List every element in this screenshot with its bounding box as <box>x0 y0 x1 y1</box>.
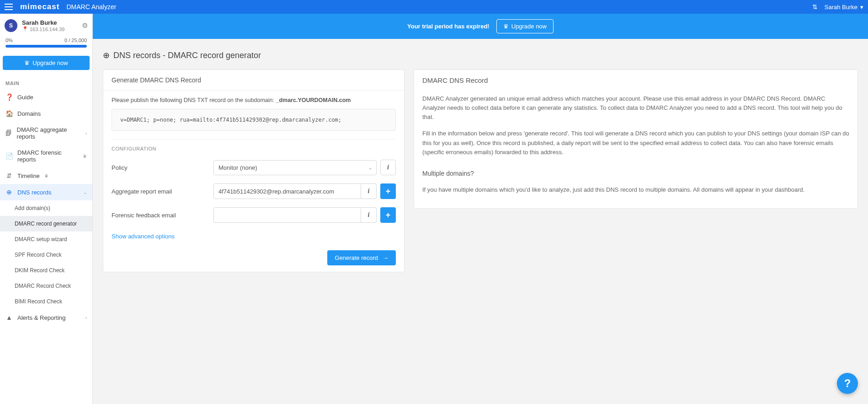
nav-alerts[interactable]: ▲ Alerts & Reporting › <box>0 309 92 326</box>
banner-text: Your trial period has expired! <box>407 23 490 30</box>
sub-dmarc-check[interactable]: DMARC Record Check <box>0 278 92 294</box>
home-icon: 🏠 <box>5 110 13 117</box>
nav-forensic-reports[interactable]: 📄 DMARC forensic reports ♛ <box>0 145 92 167</box>
forensic-email-input[interactable] <box>213 207 361 223</box>
crown-icon: ♛ <box>44 173 48 178</box>
nav-label: DMARC forensic reports <box>17 149 78 163</box>
aggregate-label: Aggregate report email <box>112 188 210 195</box>
sub-setup-wizard[interactable]: DMARC setup wizard <box>0 232 92 247</box>
advanced-options-link[interactable]: Show advanced options <box>112 233 175 240</box>
instruction-subdomain: _dmarc.YOURDOMAIN.com <box>276 97 351 103</box>
arrow-right-icon: → <box>383 254 389 261</box>
quota-used: 0 / 25,000 <box>64 38 87 43</box>
avatar: S <box>5 19 17 32</box>
help-icon: ❓ <box>5 93 13 101</box>
instruction-text: Please publish the following DNS TXT rec… <box>112 97 276 103</box>
user-menu[interactable]: Sarah Burke ▾ <box>825 4 863 11</box>
quota-pct: 0% <box>5 38 13 43</box>
policy-select[interactable]: Monitor (none) <box>213 160 377 175</box>
generate-record-button[interactable]: Generate record → <box>327 250 396 265</box>
dns-record-box: v=DMARC1; p=none; rua=mailto:4f741b51142… <box>112 109 396 131</box>
sub-spf-check[interactable]: SPF Record Check <box>0 247 92 263</box>
quota-block: 0% 0 / 25,000 <box>0 38 92 52</box>
info-paragraph-1: DMARC Analyzer generated an unique email… <box>422 94 849 122</box>
document-icon: 📄 <box>5 152 13 160</box>
quota-bar <box>5 45 87 48</box>
sidebar-upgrade-button[interactable]: ♛ Upgrade now <box>3 56 90 70</box>
sub-bimi-check[interactable]: BIMI Record Check <box>0 294 92 309</box>
upgrade-label: Upgrade now <box>32 59 68 66</box>
chevron-right-icon: › <box>85 131 87 136</box>
chevron-down-icon: ▾ <box>860 4 863 11</box>
forensic-info-button[interactable]: i <box>361 207 377 223</box>
location-pin-icon: 📍 <box>22 26 28 32</box>
publish-instruction: Please publish the following DNS TXT rec… <box>112 97 396 103</box>
aggregate-add-button[interactable]: + <box>380 183 396 199</box>
aggregate-info-button[interactable]: i <box>361 183 377 199</box>
nav-label: Alerts & Reporting <box>17 314 66 321</box>
forensic-label: Forensic feedback email <box>112 212 210 219</box>
trial-banner: Your trial period has expired! ♛ Upgrade… <box>93 14 868 39</box>
title-light: - DMARC record generator <box>160 51 261 60</box>
crown-icon: ♛ <box>24 59 30 66</box>
left-card-header: Generate DMARC DNS Record <box>103 70 404 91</box>
alert-icon: ▲ <box>5 314 13 321</box>
timeline-icon: ⇵ <box>5 172 13 179</box>
nav-label: Guide <box>17 94 33 101</box>
globe-icon: ⊕ <box>103 50 110 60</box>
nav-label: Timeline <box>17 172 40 179</box>
banner-upgrade-button[interactable]: ♛ Upgrade now <box>496 19 554 33</box>
ip-text: 163.116.144.39 <box>30 27 64 32</box>
nav-dns-records[interactable]: ⊕ DNS records ⌄ <box>0 184 92 200</box>
config-heading: CONFIGURATION <box>112 146 396 151</box>
chevron-down-icon: ⌄ <box>83 190 87 195</box>
sub-add-domains[interactable]: Add domain(s) <box>0 200 92 216</box>
chevron-right-icon: › <box>85 315 87 320</box>
sub-record-generator[interactable]: DMARC record generator <box>0 216 92 232</box>
help-fab[interactable]: ? <box>837 373 858 394</box>
topbar-username: Sarah Burke <box>825 4 857 11</box>
info-paragraph-3: If you have multiple domains which you'd… <box>422 185 849 194</box>
banner-button-label: Upgrade now <box>511 23 547 30</box>
page-title: ⊕ DNS records - DMARC record generator <box>103 50 858 60</box>
nav-guide[interactable]: ❓ Guide <box>0 89 92 105</box>
app-title: DMARC Analyzer <box>66 3 116 11</box>
generate-record-card: Generate DMARC DNS Record Please publish… <box>103 70 405 272</box>
crown-icon: ♛ <box>83 154 87 159</box>
nav-aggregate-reports[interactable]: 🗐 DMARC aggregate reports › <box>0 122 92 145</box>
forensic-add-button[interactable]: + <box>380 207 396 223</box>
logo: mimecast <box>20 2 59 11</box>
top-bar: mimecast DMARC Analyzer ⇅ Sarah Burke ▾ <box>0 0 868 14</box>
nav-domains[interactable]: 🏠 Domains <box>0 105 92 122</box>
menu-icon[interactable] <box>5 1 16 12</box>
sync-icon[interactable]: ⇅ <box>812 3 818 11</box>
sidebar-user-block: S Sarah Burke 📍 163.116.144.39 ⚙ <box>0 14 92 38</box>
globe-icon: ⊕ <box>5 189 13 196</box>
title-strong: DNS records <box>113 51 160 60</box>
policy-label: Policy <box>112 164 210 171</box>
sidebar-user-ip: 📍 163.116.144.39 <box>22 26 77 32</box>
gear-icon[interactable]: ⚙ <box>82 22 88 30</box>
info-paragraph-2: Fill in the information below and press … <box>422 129 849 156</box>
aggregate-email-input[interactable] <box>213 183 361 199</box>
nav-timeline[interactable]: ⇵ Timeline ♛ <box>0 167 92 184</box>
nav-label: Domains <box>17 110 41 117</box>
multiple-domains-heading: Multiple domains? <box>422 170 849 177</box>
info-card: DMARC DNS Record DMARC Analyzer generate… <box>414 70 858 209</box>
copy-icon: 🗐 <box>5 129 12 137</box>
sub-dkim-check[interactable]: DKIM Record Check <box>0 263 92 278</box>
nav-label: DMARC aggregate reports <box>17 126 81 140</box>
crown-icon: ♛ <box>503 23 509 30</box>
policy-info-button[interactable]: i <box>380 160 396 175</box>
section-label-main: MAIN <box>0 77 92 89</box>
sidebar: S Sarah Burke 📍 163.116.144.39 ⚙ 0% 0 / … <box>0 14 93 404</box>
nav-label: DNS records <box>17 189 51 196</box>
right-card-header: DMARC DNS Record <box>414 70 857 88</box>
generate-label: Generate record <box>335 254 378 261</box>
sidebar-user-name: Sarah Burke <box>22 19 77 26</box>
